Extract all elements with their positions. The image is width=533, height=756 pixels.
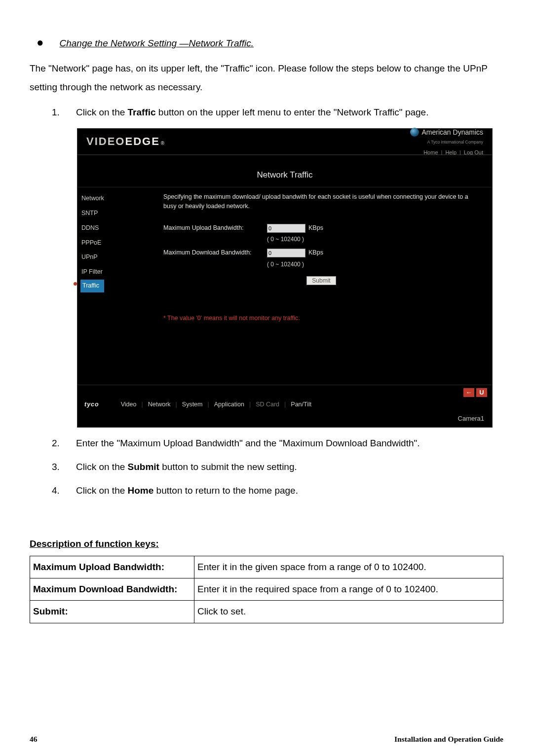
app-header: VIDEOEDGE® American Dynamics A Tyco Inte… xyxy=(77,129,492,155)
range-max-download: ( 0 ~ 102400 ) xyxy=(267,259,304,270)
tab-video[interactable]: Video xyxy=(121,399,137,411)
step-1-pre: Click on the xyxy=(76,107,128,117)
step-4-post: button to return to the home page. xyxy=(153,485,298,496)
fk-val-2: Click to set. xyxy=(194,601,503,623)
globe-icon xyxy=(410,128,419,137)
app-screenshot: VIDEOEDGE® American Dynamics A Tyco Inte… xyxy=(77,128,493,428)
sidebar-item-ddns[interactable]: DDNS xyxy=(80,221,154,236)
sidebar: Network SNTP DDNS PPPoE UPnP IP Filter T… xyxy=(77,187,157,385)
section-heading-row: ● Change the Network Setting —Network Tr… xyxy=(37,35,503,52)
input-max-download[interactable] xyxy=(267,249,305,257)
page-footer: 46 Installation and Operation Guide xyxy=(30,732,503,746)
fk-heading: Description of function keys: xyxy=(30,535,503,553)
fk-val-0: Enter it in the given space from a range… xyxy=(194,556,503,578)
range-max-upload: ( 0 ~ 102400 ) xyxy=(267,234,304,245)
refresh-icon[interactable]: U xyxy=(476,388,487,397)
label-max-download: Maximum Download Bandwidth: xyxy=(163,247,267,259)
brand-reg: ® xyxy=(161,139,165,148)
tab-pantilt[interactable]: Pan/Tilt xyxy=(291,399,311,411)
tab-system[interactable]: System xyxy=(182,399,203,411)
brand-logo: VIDEOEDGE® xyxy=(86,131,165,152)
step-3-post: button to submit the new setting. xyxy=(159,462,297,472)
step-4: Click on the Home button to return to th… xyxy=(62,482,503,500)
brand-right: American Dynamics A Tyco International C… xyxy=(410,126,483,158)
row-max-download: Maximum Download Bandwidth: KBps ( 0 ~ 1… xyxy=(163,247,479,270)
step-3-pre: Click on the xyxy=(76,462,128,472)
table-row: Maximum Upload Bandwidth: Enter it in th… xyxy=(30,556,503,578)
sidebar-item-pppoe[interactable]: PPPoE xyxy=(80,236,154,251)
content-description: Specifying the maximum download/ upload … xyxy=(163,192,479,210)
page-number: 46 xyxy=(30,732,38,746)
sidebar-item-ipfilter[interactable]: IP Filter xyxy=(80,265,154,280)
step-2: Enter the "Maximum Upload Bandwidth" and… xyxy=(62,434,503,452)
step-1-post: button on the upper left menu to enter t… xyxy=(156,107,429,117)
fk-key-2: Submit: xyxy=(30,601,194,623)
bottom-bar: ← U tyco Video| Network| System| Applica… xyxy=(77,385,492,427)
section-heading: Change the Network Setting —Network Traf… xyxy=(60,35,254,52)
brand-word-1: VIDEO xyxy=(86,131,125,152)
table-row: Maximum Download Bandwidth: Enter it in … xyxy=(30,578,503,601)
submit-button[interactable]: Submit xyxy=(306,276,336,285)
fk-val-1: Enter it in the required space from a ra… xyxy=(194,578,503,601)
function-key-table: Maximum Upload Bandwidth: Enter it in th… xyxy=(30,556,503,623)
step-4-pre: Click on the xyxy=(76,485,128,496)
table-row: Submit: Click to set. xyxy=(30,601,503,623)
fk-key-1: Maximum Download Bandwidth: xyxy=(30,578,194,601)
row-max-upload: Maximum Upload Bandwidth: KBps ( 0 ~ 102… xyxy=(163,222,479,246)
tab-application[interactable]: Application xyxy=(214,399,244,411)
sidebar-item-network[interactable]: Network xyxy=(80,191,154,206)
step-1: Click on the Traffic button on the upper… xyxy=(62,104,503,121)
step-3-bold: Submit xyxy=(128,462,159,472)
company-sub: A Tyco International Company xyxy=(427,138,483,146)
page-title: Network Traffic xyxy=(77,155,492,187)
company-name-row: American Dynamics xyxy=(410,126,483,139)
step-1-bold: Traffic xyxy=(128,107,156,117)
tab-sdcard[interactable]: SD Card xyxy=(256,399,279,411)
step-3: Click on the Submit button to submit the… xyxy=(62,458,503,476)
unit-max-upload: KBps xyxy=(308,222,323,234)
unit-max-download: KBps xyxy=(308,247,323,259)
input-max-upload[interactable] xyxy=(267,224,305,233)
tab-network[interactable]: Network xyxy=(148,399,171,411)
back-icon[interactable]: ← xyxy=(463,388,474,397)
intro-paragraph: The "Network" page has, on its upper lef… xyxy=(30,59,503,97)
label-max-upload: Maximum Upload Bandwidth: xyxy=(163,222,267,234)
warning-note: * The value '0' means it will not monito… xyxy=(163,313,479,324)
steps-list: Click on the Traffic button on the upper… xyxy=(62,104,503,121)
fk-key-0: Maximum Upload Bandwidth: xyxy=(30,556,194,578)
content-pane: Specifying the maximum download/ upload … xyxy=(157,187,492,385)
step-2-text: Enter the "Maximum Upload Bandwidth" and… xyxy=(76,438,420,448)
sidebar-item-traffic[interactable]: Traffic xyxy=(80,280,104,292)
sidebar-item-upnp[interactable]: UPnP xyxy=(80,250,154,265)
brand-word-2: EDGE xyxy=(125,131,159,152)
sidebar-item-sntp[interactable]: SNTP xyxy=(80,206,154,221)
step-4-bold: Home xyxy=(128,485,154,496)
bullet-dot: ● xyxy=(37,35,44,50)
footer-brand: tyco xyxy=(84,399,99,411)
steps-list-cont: Enter the "Maximum Upload Bandwidth" and… xyxy=(62,434,503,500)
company-name: American Dynamics xyxy=(422,126,483,139)
camera-label: Camera1 xyxy=(82,413,487,427)
guide-title: Installation and Operation Guide xyxy=(394,732,503,746)
